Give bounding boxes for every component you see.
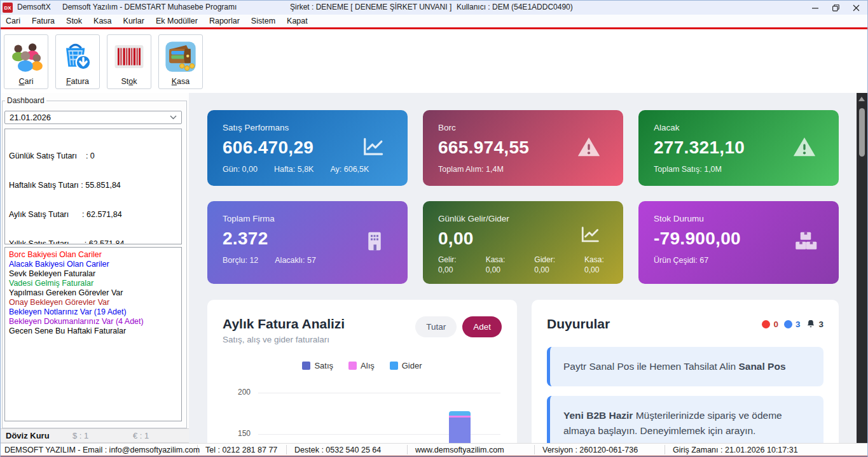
toolbar-cari-button[interactable]: Cari — [4, 34, 48, 89]
toolbar-fatura-button[interactable]: Fatura — [55, 34, 100, 89]
menu-kurlar[interactable]: Kurlar — [118, 15, 150, 27]
card-sub: Borçlu: 12 — [223, 256, 258, 265]
link-sevk-bekleyen[interactable]: Sevk Bekleyen Faturalar — [9, 269, 177, 279]
window-title: Demsoft Yazılım - DEMSTART Muhasebe Prog… — [62, 3, 237, 11]
menu-cari[interactable]: Cari — [1, 15, 26, 27]
menu-fatura[interactable]: Fatura — [26, 15, 60, 27]
doviz-kuru-bar: Döviz Kuru $ : 1 € : 1 — [1, 428, 189, 443]
toolbar-stok-button[interactable]: Stok — [107, 34, 151, 89]
menu-raporlar[interactable]: Raporlar — [203, 15, 245, 27]
sidebar: Dashboard 21.01.2026 Günlük Satış Tutarı… — [1, 93, 189, 443]
bar-segment-gider — [449, 411, 471, 416]
doviz-kuru-label: Döviz Kuru — [6, 431, 72, 440]
card-satis-performans: Satış Performans 606.470,29 Gün: 0,00 Ha… — [207, 110, 408, 186]
menu-kapat[interactable]: Kapat — [281, 15, 313, 27]
dashboard-group-label: Dashboard — [5, 96, 46, 105]
building-icon — [363, 230, 386, 255]
card-toplam-firma: Toplam Firma 2.372 Borçlu: 12 Alacaklı: … — [207, 201, 408, 284]
sales-stats-box: Günlük Satış Tutarı : 0 Haftalık Satış T… — [4, 129, 182, 244]
status-destek: Destek : 0532 540 25 64 — [287, 445, 408, 454]
warning-icon — [792, 134, 817, 162]
vertical-scrollbar[interactable] — [857, 93, 867, 443]
toolbar-cari-label: Cari — [19, 77, 34, 86]
aylik-fatura-analizi-card: Aylık Fatura Analizi Satış, alış ve gide… — [207, 300, 517, 443]
stacked-bar — [449, 411, 471, 443]
menu-ek-moduller[interactable]: Ek Modüller — [150, 15, 203, 27]
usd-rate: $ : 1 — [72, 431, 133, 440]
toolbar-stok-label: Stok — [121, 77, 137, 86]
card-title: Toplam Firma — [223, 214, 392, 223]
red-dot-icon — [762, 320, 770, 328]
announcement-item[interactable]: Paytr Sanal Pos ile Hemen Tahsilat Alin … — [547, 347, 823, 386]
link-gecen-sene[interactable]: Gecen Sene Bu Haftaki Faturalar — [9, 327, 177, 336]
restore-icon — [832, 4, 839, 11]
card-title: Satış Performans — [223, 123, 392, 132]
menu-sistem[interactable]: Sistem — [245, 15, 281, 27]
menubar: Cari Fatura Stok Kasa Kurlar Ek Modüller… — [1, 15, 868, 29]
chart-title: Aylık Fatura Analizi — [223, 316, 345, 332]
satis-swatch — [302, 362, 310, 370]
chart-plot: 200 150 — [223, 386, 502, 443]
toolbar-fatura-label: Fatura — [66, 77, 89, 86]
line-chart-icon — [580, 224, 602, 248]
app-name: DemsoftX — [17, 3, 51, 11]
link-borc-bakiyesi[interactable]: Borc Bakiyesi Olan Cariler — [9, 250, 177, 260]
menu-kasa[interactable]: Kasa — [88, 15, 118, 27]
col-value: 0,00 — [486, 265, 506, 275]
link-bekleyen-dokumanlar[interactable]: Bekleyen Dokumanlarınız Var (4 Adet) — [9, 317, 177, 327]
stat-line: Aylık Satış Tutarı : 62.571,84 — [9, 210, 177, 220]
duyurular-title: Duyurular — [547, 316, 610, 332]
scroll-up-icon[interactable] — [858, 97, 865, 101]
scrollbar-thumb[interactable] — [859, 108, 865, 157]
announcement-item[interactable]: Yeni B2B Hazir Müşterilerinizde sipariş … — [547, 396, 823, 443]
boxes-icon — [794, 230, 817, 255]
card-title: Alacak — [654, 123, 823, 132]
close-button[interactable] — [846, 1, 866, 15]
card-sub: Hafta: 5,8K — [274, 165, 314, 174]
card-stok-durumu: Stok Durumu -79.900,00 Ürün Çeşidi: 67 — [638, 201, 839, 284]
bar-segment-satis — [449, 418, 471, 443]
adet-button[interactable]: Adet — [462, 316, 502, 337]
card-sub: Toplam Alım: 1,4M — [438, 165, 504, 174]
date-value: 21.01.2026 — [10, 113, 51, 122]
stat-line: Yıllık Satış Tutarı : 62.571,84 — [9, 239, 177, 244]
eur-rate: € : 1 — [133, 431, 149, 440]
gridline — [258, 393, 500, 393]
card-sub: Toplam Satış: 1,0M — [654, 165, 722, 174]
menu-stok[interactable]: Stok — [60, 15, 88, 27]
link-onay-bekleyen[interactable]: Onay Bekleyen Görevler Var — [9, 298, 177, 307]
user-label: Kullanıcı : DEM (54E1ADDC0490) — [457, 3, 573, 11]
company-label: Şirket : DENEME [ DENEME ŞİRKET UNVANI ] — [290, 3, 451, 11]
legend-satis: Satış — [302, 361, 333, 370]
alis-swatch — [348, 362, 357, 370]
card-sub: Ay: 606,5K — [330, 165, 369, 174]
toolbar-kasa-button[interactable]: Kasa — [158, 34, 203, 89]
link-vadesi-gelmis[interactable]: Vadesi Gelmiş Faturalar — [9, 279, 177, 288]
tutar-button[interactable]: Tutar — [415, 316, 457, 337]
y-tick: 200 — [223, 388, 251, 397]
line-chart-icon — [362, 135, 386, 162]
link-yapilmasi-gereken[interactable]: Yapılması Gereken Görevler Var — [9, 288, 177, 298]
basket-icon — [60, 39, 95, 74]
col-value: 0,00 — [584, 265, 604, 275]
gider-swatch — [390, 362, 398, 370]
alerts-links-box: Borc Bakiyesi Olan Cariler Alacak Bakiye… — [4, 247, 182, 421]
app-logo-icon: DX — [3, 3, 13, 13]
legend-alis: Alış — [348, 361, 375, 370]
card-sub: Gün: 0,00 — [223, 165, 258, 174]
stat-line: Günlük Satış Tutarı : 0 — [9, 151, 177, 161]
restore-button[interactable] — [825, 1, 846, 15]
legend-gider: Gider — [390, 361, 422, 370]
date-select[interactable]: 21.01.2026 — [4, 111, 182, 124]
minimize-button[interactable] — [805, 1, 825, 15]
card-title: Günlük Gelir/Gider — [438, 214, 608, 223]
col-label: Kasa: — [584, 255, 604, 265]
blue-dot-icon — [784, 320, 792, 328]
card-sub: Ürün Çeşidi: 67 — [654, 256, 708, 265]
card-sub: Alacaklı: 57 — [275, 256, 316, 265]
link-bekleyen-notlar[interactable]: Bekleyen Notlarınız Var (19 Adet) — [9, 307, 177, 317]
link-alacak-bakiyesi[interactable]: Alacak Bakiyesi Olan Cariler — [9, 260, 177, 269]
status-website-link[interactable]: www.demsoftyazilim.com — [408, 445, 535, 454]
status-company-email: DEMSOFT YAZILIM - Email : info@demsoftya… — [1, 445, 198, 454]
people-icon — [8, 39, 44, 74]
